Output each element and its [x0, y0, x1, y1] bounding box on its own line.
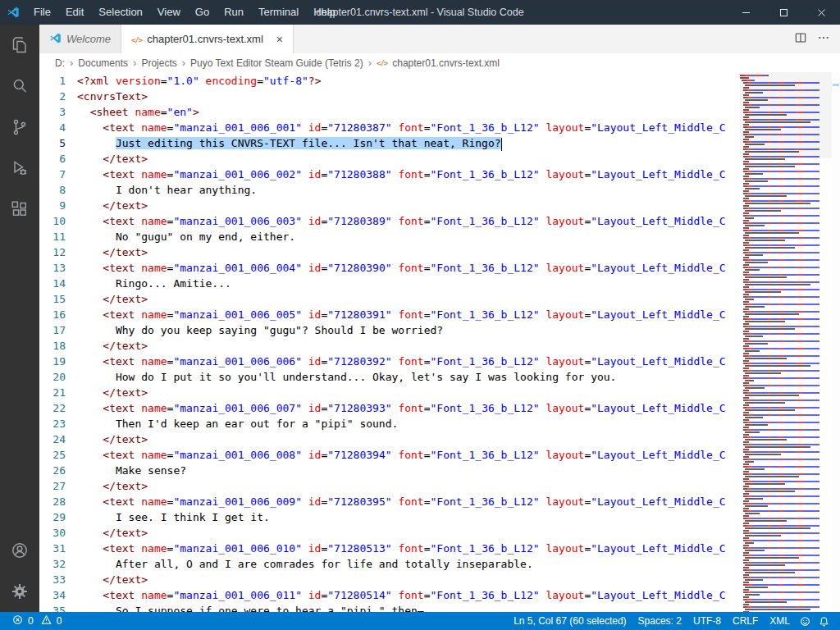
feedback-icon[interactable]: [796, 612, 815, 630]
line-number[interactable]: 22: [39, 400, 77, 416]
line-number[interactable]: 34: [39, 587, 77, 603]
menu-run[interactable]: Run: [217, 0, 251, 25]
code-line-22[interactable]: 22 <text name="manzai_001_006_007" id="7…: [39, 400, 740, 416]
code-line-24[interactable]: 24 </text>: [39, 431, 740, 447]
menu-file[interactable]: File: [26, 0, 58, 25]
code-line-3[interactable]: 3 <sheet name="en">: [39, 104, 740, 120]
menu-edit[interactable]: Edit: [58, 0, 91, 25]
more-actions-icon[interactable]: [817, 31, 830, 48]
line-number[interactable]: 13: [39, 260, 77, 276]
code-line-20[interactable]: 20 How do I put it so you'll understand.…: [39, 369, 740, 385]
cursor-position[interactable]: Ln 5, Col 67 (60 selected): [508, 612, 632, 630]
split-editor-icon[interactable]: [794, 31, 807, 48]
tab-close-icon[interactable]: ×: [276, 34, 283, 45]
menu-view[interactable]: View: [150, 0, 188, 25]
line-number[interactable]: 31: [39, 541, 77, 556]
code-line-2[interactable]: 2<cnvrsText>: [39, 89, 740, 104]
code-line-7[interactable]: 7 <text name="manzai_001_006_002" id="71…: [39, 167, 740, 182]
code-pane[interactable]: 1<?xml version="1.0" encoding="utf-8"?>2…: [39, 72, 740, 612]
code-line-21[interactable]: 21 </text>: [39, 385, 740, 400]
breadcrumb-file[interactable]: chapter01.cnvrs-text.xml: [390, 57, 501, 69]
line-number[interactable]: 29: [39, 509, 77, 525]
line-number[interactable]: 32: [39, 556, 77, 572]
line-number[interactable]: 33: [39, 572, 77, 587]
line-number[interactable]: 26: [39, 463, 77, 478]
code-line-16[interactable]: 16 <text name="manzai_001_006_005" id="7…: [39, 307, 740, 322]
line-number[interactable]: 3: [39, 104, 77, 120]
line-number[interactable]: 20: [39, 369, 77, 385]
language-mode[interactable]: XML: [764, 612, 796, 630]
code-line-9[interactable]: 9 </text>: [39, 198, 740, 213]
line-number[interactable]: 23: [39, 416, 77, 431]
breadcrumb-item[interactable]: Projects: [139, 57, 178, 69]
maximize-button[interactable]: [765, 0, 802, 25]
minimap[interactable]: [740, 72, 832, 612]
source-control-icon[interactable]: [0, 107, 39, 148]
code-line-4[interactable]: 4 <text name="manzai_001_006_001" id="71…: [39, 120, 740, 135]
line-number[interactable]: 4: [39, 120, 77, 135]
line-number[interactable]: 16: [39, 307, 77, 322]
line-number[interactable]: 2: [39, 89, 77, 104]
menu-go[interactable]: Go: [188, 0, 217, 25]
code-line-8[interactable]: 8 I don't hear anything.: [39, 182, 740, 198]
code-line-18[interactable]: 18 </text>: [39, 338, 740, 354]
line-number[interactable]: 35: [39, 603, 77, 612]
code-line-15[interactable]: 15 </text>: [39, 291, 740, 307]
line-number[interactable]: 6: [39, 151, 77, 167]
line-number[interactable]: 19: [39, 354, 77, 369]
notifications-bell-icon[interactable]: [815, 612, 833, 630]
indentation[interactable]: Spaces: 2: [632, 612, 687, 630]
extensions-icon[interactable]: [0, 189, 39, 230]
line-number[interactable]: 21: [39, 385, 77, 400]
line-number[interactable]: 11: [39, 229, 77, 244]
code-line-11[interactable]: 11 No "gugu" on my end, either.: [39, 229, 740, 244]
line-number[interactable]: 18: [39, 338, 77, 354]
close-button[interactable]: [802, 0, 840, 25]
line-number[interactable]: 9: [39, 198, 77, 213]
code-line-14[interactable]: 14 Ringo... Amitie...: [39, 276, 740, 291]
eol-sequence[interactable]: CRLF: [727, 612, 764, 630]
problems-indicator[interactable]: 0 0: [7, 612, 67, 630]
code-line-35[interactable]: 35 So I suppose if one were to hear a "p…: [39, 603, 740, 612]
code-line-28[interactable]: 28 <text name="manzai_001_006_009" id="7…: [39, 494, 740, 509]
line-number[interactable]: 12: [39, 244, 77, 260]
line-number[interactable]: 1: [39, 73, 77, 89]
code-line-19[interactable]: 19 <text name="manzai_001_006_006" id="7…: [39, 354, 740, 369]
minimap-slider[interactable]: [740, 72, 832, 158]
line-number[interactable]: 15: [39, 291, 77, 307]
code-line-17[interactable]: 17 Why do you keep saying "gugu"? Should…: [39, 322, 740, 338]
code-line-31[interactable]: 31 <text name="manzai_001_006_010" id="7…: [39, 541, 740, 556]
code-line-23[interactable]: 23 Then I'd keep an ear out for a "pipi"…: [39, 416, 740, 431]
code-line-25[interactable]: 25 <text name="manzai_001_006_008" id="7…: [39, 447, 740, 463]
code-line-6[interactable]: 6 </text>: [39, 151, 740, 167]
editor[interactable]: 1<?xml version="1.0" encoding="utf-8"?>2…: [39, 72, 840, 612]
breadcrumb-item[interactable]: D:: [53, 57, 66, 69]
code-line-27[interactable]: 27 </text>: [39, 478, 740, 494]
code-line-34[interactable]: 34 <text name="manzai_001_006_011" id="7…: [39, 587, 740, 603]
line-number[interactable]: 14: [39, 276, 77, 291]
settings-gear-icon[interactable]: [0, 571, 39, 612]
line-number[interactable]: 27: [39, 478, 77, 494]
line-number[interactable]: 17: [39, 322, 77, 338]
tab-welcome[interactable]: Welcome: [39, 25, 121, 53]
code-line-33[interactable]: 33 </text>: [39, 572, 740, 587]
code-line-32[interactable]: 32 After all, O and I are comrades for l…: [39, 556, 740, 572]
search-icon[interactable]: [0, 66, 39, 107]
code-line-1[interactable]: 1<?xml version="1.0" encoding="utf-8"?>: [39, 73, 740, 89]
minimize-button[interactable]: [727, 0, 765, 25]
menu-terminal[interactable]: Terminal: [251, 0, 306, 25]
menu-selection[interactable]: Selection: [91, 0, 149, 25]
tab-chapter01-cnvrs-text-xml[interactable]: </>chapter01.cnvrs-text.xml×: [121, 25, 294, 53]
code-line-29[interactable]: 29 I see. I think I get it.: [39, 509, 740, 525]
line-number[interactable]: 28: [39, 494, 77, 509]
code-line-26[interactable]: 26 Make sense?: [39, 463, 740, 478]
breadcrumb-item[interactable]: Documents: [76, 57, 130, 69]
encoding[interactable]: UTF-8: [687, 612, 727, 630]
line-number[interactable]: 24: [39, 431, 77, 447]
line-number[interactable]: 25: [39, 447, 77, 463]
code-line-13[interactable]: 13 <text name="manzai_001_006_004" id="7…: [39, 260, 740, 276]
explorer-icon[interactable]: [0, 25, 39, 66]
accounts-icon[interactable]: [0, 530, 39, 571]
line-number[interactable]: 8: [39, 182, 77, 198]
run-and-debug-icon[interactable]: [0, 148, 39, 189]
